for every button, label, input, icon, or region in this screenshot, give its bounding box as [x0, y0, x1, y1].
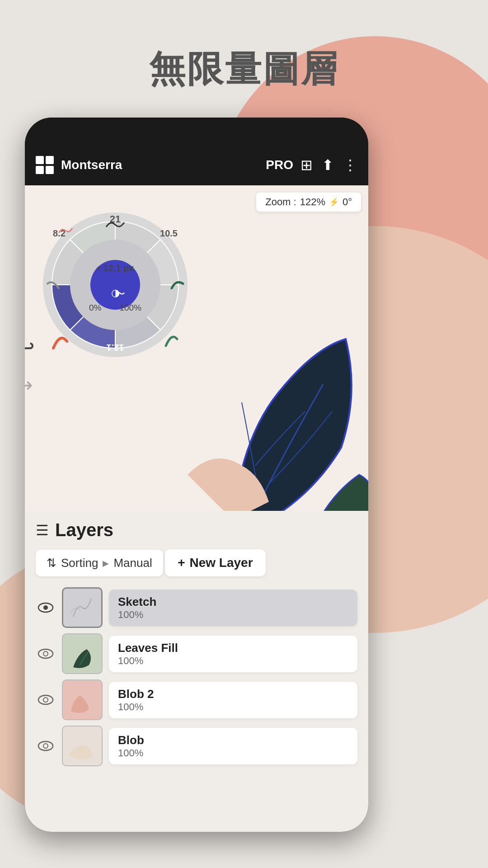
brush-preview-bottomleft — [51, 330, 69, 350]
svg-point-6 — [38, 741, 53, 750]
eye-icon-blob2 — [38, 694, 54, 705]
rotation-value: 0° — [343, 196, 352, 208]
layers-title: Layers — [55, 520, 113, 540]
plant-illustration — [142, 258, 368, 511]
layer-item-blob[interactable]: Blob 100% — [36, 726, 357, 766]
plus-icon: + — [178, 556, 185, 570]
blob2-thumb — [64, 682, 100, 718]
wheel-num-bottom: 12.1 — [107, 342, 124, 353]
more-icon[interactable]: ⋮ — [343, 156, 357, 174]
layer-thumbnail-sketch — [62, 587, 103, 628]
zoom-icon: ⚡ — [329, 197, 339, 207]
layer-opacity-blob: 100% — [118, 747, 348, 759]
layers-panel: ☰ Layers ⇅ Sorting ▶ Manual + New Layer — [25, 511, 368, 832]
hardness-value: 100% — [119, 303, 141, 313]
wheel-num-10-5: 10.5 — [160, 228, 178, 239]
layers-list: Sketch 100% — [36, 587, 357, 766]
layers-header: ☰ Layers — [36, 520, 357, 540]
logo-square-4 — [46, 166, 54, 174]
header-icons: ⊞ ⬆ ⋮ — [300, 156, 357, 174]
brush-size-label: ≡ 12.1 px — [97, 263, 134, 274]
layer-thumbnail-blob — [62, 726, 103, 766]
logo-square-3 — [36, 166, 44, 174]
pro-badge: PRO — [266, 158, 293, 172]
app-name: Montserra — [61, 158, 258, 172]
layer-name-leaves: Leaves Fill — [118, 641, 348, 655]
layer-visibility-blob[interactable] — [36, 736, 56, 756]
sorting-mode: Manual — [113, 556, 152, 570]
layer-visibility-leaves[interactable] — [36, 644, 56, 664]
logo-square-2 — [46, 156, 54, 164]
layer-opacity-leaves: 100% — [118, 655, 348, 667]
brush-values: 0% 100% — [89, 303, 141, 313]
layer-thumbnail-blob2 — [62, 679, 103, 720]
phone-topbar — [25, 118, 368, 145]
blob-thumb — [64, 728, 100, 764]
zoom-value: 122% — [300, 196, 325, 208]
sorting-button[interactable]: ⇅ Sorting ▶ Manual — [36, 550, 163, 576]
eye-icon-leaves — [38, 648, 54, 659]
layer-opacity-sketch: 100% — [118, 609, 348, 621]
sort-arrow: ▶ — [103, 558, 109, 568]
layer-item-leaves[interactable]: Leaves Fill 100% — [36, 633, 357, 674]
brush-preview-top — [104, 218, 127, 231]
layer-name-sketch: Sketch — [118, 595, 348, 609]
opacity-value: 0% — [89, 303, 101, 313]
layer-name-blob: Blob — [118, 733, 348, 747]
svg-point-1 — [43, 605, 48, 610]
svg-point-2 — [38, 649, 53, 658]
zoom-indicator: Zoom : 122% ⚡ 0° — [256, 193, 361, 212]
svg-point-5 — [43, 698, 48, 702]
layer-info-blob: Blob 100% — [109, 728, 357, 764]
sketch-thumb — [64, 590, 100, 626]
halfcircle-icon: ◑ — [111, 287, 120, 299]
svg-point-3 — [43, 651, 48, 656]
eye-icon-blob — [38, 741, 54, 751]
zoom-label: Zoom : — [265, 196, 296, 208]
upload-icon[interactable]: ⬆ — [322, 156, 334, 174]
layer-thumbnail-leaves — [62, 633, 103, 674]
layer-item-blob2[interactable]: Blob 2 100% — [36, 679, 357, 720]
brush-preview-topleft — [56, 224, 75, 237]
new-layer-label: New Layer — [189, 556, 253, 570]
layer-info-blob2: Blob 2 100% — [109, 682, 357, 718]
layer-visibility-blob2[interactable] — [36, 690, 56, 710]
svg-point-7 — [43, 744, 48, 748]
logo-square-1 — [36, 156, 44, 164]
phone-frame: Montserra PRO ⊞ ⬆ ⋮ Zoom : 122% ⚡ 0° ↩ ↪ — [25, 118, 368, 832]
layer-opacity-blob2: 100% — [118, 701, 348, 713]
leaves-thumb — [64, 636, 100, 672]
undo-button[interactable]: ↩ — [25, 335, 35, 361]
svg-point-4 — [38, 695, 53, 704]
sort-icon: ⇅ — [47, 556, 56, 570]
brush-preview-left — [45, 277, 61, 293]
eye-icon-sketch — [38, 602, 54, 613]
app-header: Montserra PRO ⊞ ⬆ ⋮ — [25, 145, 368, 185]
canvas-area[interactable]: Zoom : 122% ⚡ 0° ↩ ↪ — [25, 185, 368, 511]
layer-visibility-sketch[interactable] — [36, 598, 56, 618]
layers-menu-icon: ☰ — [36, 522, 49, 539]
layer-info-sketch: Sketch 100% — [109, 590, 357, 626]
image-icon[interactable]: ⊞ — [300, 156, 313, 174]
sorting-label: Sorting — [61, 556, 98, 570]
new-layer-button[interactable]: + New Layer — [165, 549, 265, 576]
layer-info-leaves: Leaves Fill 100% — [109, 636, 357, 672]
redo-button[interactable]: ↪ — [25, 373, 33, 397]
layer-name-blob2: Blob 2 — [118, 687, 348, 701]
app-logo — [36, 156, 54, 174]
page-title: 無限量圖層 — [0, 45, 488, 94]
layer-item-sketch[interactable]: Sketch 100% — [36, 587, 357, 628]
